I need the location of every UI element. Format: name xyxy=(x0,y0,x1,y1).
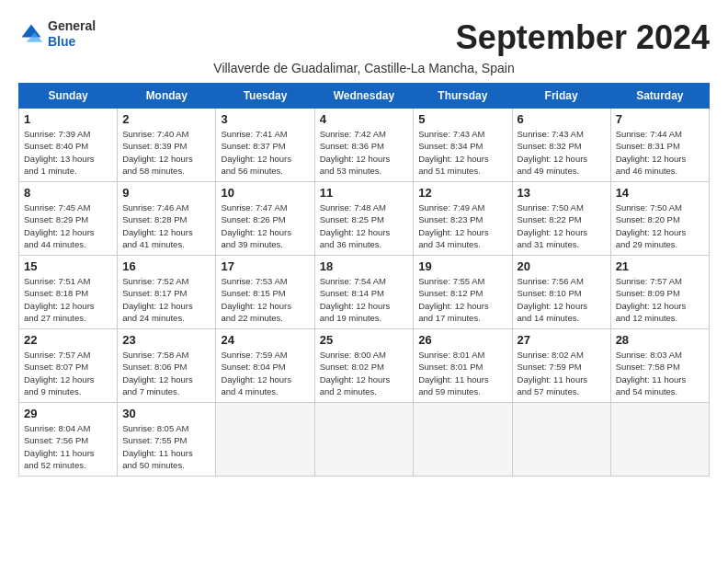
day-number: 9 xyxy=(122,186,210,200)
calendar-cell: 18Sunrise: 7:54 AM Sunset: 8:14 PM Dayli… xyxy=(314,256,414,329)
day-number: 11 xyxy=(320,186,409,200)
column-header-thursday: Thursday xyxy=(414,84,512,109)
column-header-saturday: Saturday xyxy=(610,84,709,109)
day-number: 14 xyxy=(616,186,704,200)
day-number: 1 xyxy=(24,112,112,126)
day-info: Sunrise: 7:50 AM Sunset: 8:20 PM Dayligh… xyxy=(616,201,704,250)
calendar-cell: 22Sunrise: 7:57 AM Sunset: 8:07 PM Dayli… xyxy=(19,329,118,403)
day-info: Sunrise: 7:57 AM Sunset: 8:07 PM Dayligh… xyxy=(24,349,112,397)
svg-marker-0 xyxy=(22,24,41,37)
logo-icon xyxy=(18,21,44,47)
day-number: 22 xyxy=(24,333,112,347)
calendar-cell xyxy=(314,403,414,477)
calendar-cell: 1Sunrise: 7:39 AM Sunset: 8:40 PM Daylig… xyxy=(19,109,118,182)
day-info: Sunrise: 7:54 AM Sunset: 8:14 PM Dayligh… xyxy=(320,275,409,324)
calendar-cell: 30Sunrise: 8:05 AM Sunset: 7:55 PM Dayli… xyxy=(118,403,216,477)
calendar-cell: 13Sunrise: 7:50 AM Sunset: 8:22 PM Dayli… xyxy=(512,182,610,256)
day-info: Sunrise: 8:05 AM Sunset: 7:55 PM Dayligh… xyxy=(122,422,210,471)
calendar-cell: 3Sunrise: 7:41 AM Sunset: 8:37 PM Daylig… xyxy=(216,109,314,182)
day-info: Sunrise: 8:01 AM Sunset: 8:01 PM Dayligh… xyxy=(418,349,506,397)
calendar-cell xyxy=(610,403,709,477)
calendar-table: SundayMondayTuesdayWednesdayThursdayFrid… xyxy=(18,83,710,477)
day-info: Sunrise: 7:51 AM Sunset: 8:18 PM Dayligh… xyxy=(24,275,112,324)
calendar-cell: 19Sunrise: 7:55 AM Sunset: 8:12 PM Dayli… xyxy=(414,256,512,329)
calendar-cell: 11Sunrise: 7:48 AM Sunset: 8:25 PM Dayli… xyxy=(314,182,414,256)
calendar-cell: 25Sunrise: 8:00 AM Sunset: 8:02 PM Dayli… xyxy=(314,329,414,403)
column-header-wednesday: Wednesday xyxy=(314,84,414,109)
week-row-2: 15Sunrise: 7:51 AM Sunset: 8:18 PM Dayli… xyxy=(19,256,710,329)
column-header-friday: Friday xyxy=(512,84,610,109)
calendar-cell: 6Sunrise: 7:43 AM Sunset: 8:32 PM Daylig… xyxy=(512,109,610,182)
day-info: Sunrise: 7:49 AM Sunset: 8:23 PM Dayligh… xyxy=(418,201,506,250)
day-number: 29 xyxy=(24,407,112,420)
day-info: Sunrise: 7:50 AM Sunset: 8:22 PM Dayligh… xyxy=(518,201,606,250)
day-info: Sunrise: 7:43 AM Sunset: 8:32 PM Dayligh… xyxy=(518,128,606,177)
day-number: 19 xyxy=(418,259,506,273)
day-number: 5 xyxy=(418,112,506,126)
day-number: 2 xyxy=(122,112,210,126)
column-header-sunday: Sunday xyxy=(19,84,118,109)
week-row-1: 8Sunrise: 7:45 AM Sunset: 8:29 PM Daylig… xyxy=(19,182,710,256)
calendar-cell: 5Sunrise: 7:43 AM Sunset: 8:34 PM Daylig… xyxy=(414,109,512,182)
calendar-cell: 12Sunrise: 7:49 AM Sunset: 8:23 PM Dayli… xyxy=(414,182,512,256)
day-number: 26 xyxy=(418,333,506,347)
logo: General Blue xyxy=(18,18,96,50)
day-number: 6 xyxy=(518,112,606,126)
day-number: 24 xyxy=(221,333,309,347)
day-number: 18 xyxy=(320,259,409,273)
calendar-cell: 26Sunrise: 8:01 AM Sunset: 8:01 PM Dayli… xyxy=(414,329,512,403)
calendar-cell: 16Sunrise: 7:52 AM Sunset: 8:17 PM Dayli… xyxy=(118,256,216,329)
calendar-cell: 9Sunrise: 7:46 AM Sunset: 8:28 PM Daylig… xyxy=(118,182,216,256)
calendar-cell: 28Sunrise: 8:03 AM Sunset: 7:58 PM Dayli… xyxy=(610,329,709,403)
page-header: General Blue September 2024 xyxy=(18,18,710,57)
day-info: Sunrise: 7:42 AM Sunset: 8:36 PM Dayligh… xyxy=(320,128,409,177)
calendar-cell: 17Sunrise: 7:53 AM Sunset: 8:15 PM Dayli… xyxy=(216,256,314,329)
day-info: Sunrise: 7:52 AM Sunset: 8:17 PM Dayligh… xyxy=(122,275,210,324)
calendar-cell: 23Sunrise: 7:58 AM Sunset: 8:06 PM Dayli… xyxy=(118,329,216,403)
day-info: Sunrise: 7:55 AM Sunset: 8:12 PM Dayligh… xyxy=(418,275,506,324)
title-block: September 2024 xyxy=(456,18,710,57)
week-row-4: 29Sunrise: 8:04 AM Sunset: 7:56 PM Dayli… xyxy=(19,403,710,477)
day-info: Sunrise: 7:46 AM Sunset: 8:28 PM Dayligh… xyxy=(122,201,210,250)
day-number: 13 xyxy=(518,186,606,200)
calendar-cell: 8Sunrise: 7:45 AM Sunset: 8:29 PM Daylig… xyxy=(19,182,118,256)
day-number: 16 xyxy=(122,259,210,273)
day-info: Sunrise: 8:00 AM Sunset: 8:02 PM Dayligh… xyxy=(320,349,409,397)
day-number: 21 xyxy=(616,259,704,273)
day-info: Sunrise: 7:59 AM Sunset: 8:04 PM Dayligh… xyxy=(221,349,309,397)
day-info: Sunrise: 7:57 AM Sunset: 8:09 PM Dayligh… xyxy=(616,275,704,324)
day-info: Sunrise: 7:47 AM Sunset: 8:26 PM Dayligh… xyxy=(221,201,309,250)
day-number: 27 xyxy=(518,333,606,347)
day-number: 4 xyxy=(320,112,409,126)
calendar-cell: 15Sunrise: 7:51 AM Sunset: 8:18 PM Dayli… xyxy=(19,256,118,329)
day-info: Sunrise: 7:48 AM Sunset: 8:25 PM Dayligh… xyxy=(320,201,409,250)
day-info: Sunrise: 7:53 AM Sunset: 8:15 PM Dayligh… xyxy=(221,275,309,324)
day-info: Sunrise: 8:02 AM Sunset: 7:59 PM Dayligh… xyxy=(518,349,606,397)
day-info: Sunrise: 8:04 AM Sunset: 7:56 PM Dayligh… xyxy=(24,422,112,471)
day-number: 12 xyxy=(418,186,506,200)
month-title: September 2024 xyxy=(456,18,710,57)
day-number: 30 xyxy=(122,407,210,420)
day-info: Sunrise: 7:58 AM Sunset: 8:06 PM Dayligh… xyxy=(122,349,210,397)
day-number: 25 xyxy=(320,333,409,347)
column-header-monday: Monday xyxy=(118,84,216,109)
day-number: 20 xyxy=(518,259,606,273)
day-info: Sunrise: 7:43 AM Sunset: 8:34 PM Dayligh… xyxy=(418,128,506,177)
calendar-cell xyxy=(216,403,314,477)
column-header-tuesday: Tuesday xyxy=(216,84,314,109)
day-number: 7 xyxy=(616,112,704,126)
calendar-cell: 27Sunrise: 8:02 AM Sunset: 7:59 PM Dayli… xyxy=(512,329,610,403)
day-number: 15 xyxy=(24,259,112,273)
calendar-cell: 7Sunrise: 7:44 AM Sunset: 8:31 PM Daylig… xyxy=(610,109,709,182)
day-number: 8 xyxy=(24,186,112,200)
calendar-cell: 29Sunrise: 8:04 AM Sunset: 7:56 PM Dayli… xyxy=(19,403,118,477)
subtitle: Villaverde de Guadalimar, Castille-La Ma… xyxy=(18,61,710,75)
day-info: Sunrise: 7:40 AM Sunset: 8:39 PM Dayligh… xyxy=(122,128,210,177)
logo-text: General Blue xyxy=(48,18,96,50)
week-row-3: 22Sunrise: 7:57 AM Sunset: 8:07 PM Dayli… xyxy=(19,329,710,403)
header-row: SundayMondayTuesdayWednesdayThursdayFrid… xyxy=(19,84,710,109)
day-info: Sunrise: 7:39 AM Sunset: 8:40 PM Dayligh… xyxy=(24,128,112,177)
day-number: 17 xyxy=(221,259,309,273)
calendar-cell: 10Sunrise: 7:47 AM Sunset: 8:26 PM Dayli… xyxy=(216,182,314,256)
day-info: Sunrise: 7:56 AM Sunset: 8:10 PM Dayligh… xyxy=(518,275,606,324)
